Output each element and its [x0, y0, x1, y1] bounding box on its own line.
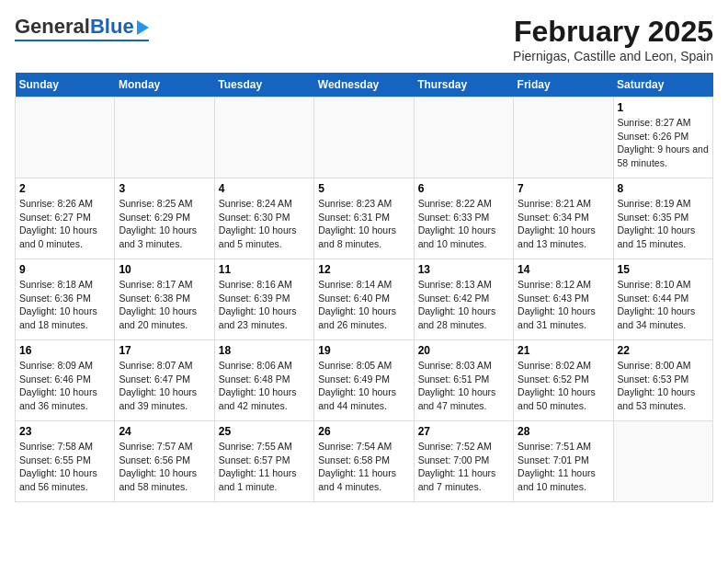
day-info: Sunrise: 8:12 AM Sunset: 6:43 PM Dayligh…: [518, 278, 609, 332]
day-number: 6: [418, 182, 509, 195]
day-number: 14: [518, 263, 609, 276]
calendar-cell: 20Sunrise: 8:03 AM Sunset: 6:51 PM Dayli…: [414, 340, 513, 421]
day-info: Sunrise: 8:24 AM Sunset: 6:30 PM Dayligh…: [219, 197, 310, 251]
calendar-cell: 27Sunrise: 7:52 AM Sunset: 7:00 PM Dayli…: [414, 421, 513, 502]
calendar-cell: 24Sunrise: 7:57 AM Sunset: 6:56 PM Dayli…: [115, 421, 214, 502]
calendar-cell: 19Sunrise: 8:05 AM Sunset: 6:49 PM Dayli…: [314, 340, 414, 421]
day-number: 24: [119, 425, 210, 438]
day-number: 7: [518, 182, 609, 195]
day-info: Sunrise: 8:21 AM Sunset: 6:34 PM Dayligh…: [518, 197, 609, 251]
day-info: Sunrise: 8:13 AM Sunset: 6:42 PM Dayligh…: [418, 278, 509, 332]
day-number: 17: [119, 344, 210, 357]
day-number: 4: [219, 182, 310, 195]
title-block: February 2025 Piernigas, Castille and Le…: [513, 15, 713, 63]
logo-general: General: [15, 15, 90, 39]
day-number: 22: [618, 344, 709, 357]
day-info: Sunrise: 7:51 AM Sunset: 7:01 PM Dayligh…: [518, 440, 609, 494]
day-info: Sunrise: 7:55 AM Sunset: 6:57 PM Dayligh…: [219, 440, 310, 494]
calendar-cell: [115, 98, 214, 178]
day-info: Sunrise: 7:58 AM Sunset: 6:55 PM Dayligh…: [19, 440, 110, 494]
calendar-cell: 1Sunrise: 8:27 AM Sunset: 6:26 PM Daylig…: [613, 98, 712, 178]
day-number: 8: [618, 182, 709, 195]
day-number: 1: [618, 101, 709, 114]
calendar-cell: 21Sunrise: 8:02 AM Sunset: 6:52 PM Dayli…: [514, 340, 613, 421]
day-info: Sunrise: 8:27 AM Sunset: 6:26 PM Dayligh…: [618, 116, 709, 170]
week-row-2: 2Sunrise: 8:26 AM Sunset: 6:27 PM Daylig…: [16, 178, 713, 259]
calendar-cell: 10Sunrise: 8:17 AM Sunset: 6:38 PM Dayli…: [115, 259, 214, 340]
day-number: 10: [119, 263, 210, 276]
day-number: 28: [518, 425, 609, 438]
day-info: Sunrise: 8:25 AM Sunset: 6:29 PM Dayligh…: [119, 197, 210, 251]
column-header-thursday: Thursday: [414, 73, 513, 98]
day-number: 11: [219, 263, 310, 276]
column-header-wednesday: Wednesday: [314, 73, 414, 98]
day-number: 26: [318, 425, 409, 438]
calendar-cell: [214, 98, 313, 178]
logo-arrow-icon: [137, 20, 149, 35]
day-info: Sunrise: 8:10 AM Sunset: 6:44 PM Dayligh…: [618, 278, 709, 332]
page-title: February 2025: [513, 15, 713, 49]
day-number: 16: [19, 344, 110, 357]
day-number: 18: [219, 344, 310, 357]
calendar-cell: 28Sunrise: 7:51 AM Sunset: 7:01 PM Dayli…: [514, 421, 613, 502]
calendar-cell: 22Sunrise: 8:00 AM Sunset: 6:53 PM Dayli…: [613, 340, 712, 421]
calendar-cell: 8Sunrise: 8:19 AM Sunset: 6:35 PM Daylig…: [613, 178, 712, 259]
day-number: 21: [518, 344, 609, 357]
calendar-cell: 4Sunrise: 8:24 AM Sunset: 6:30 PM Daylig…: [214, 178, 313, 259]
calendar-cell: 14Sunrise: 8:12 AM Sunset: 6:43 PM Dayli…: [514, 259, 613, 340]
day-number: 15: [618, 263, 709, 276]
day-number: 19: [318, 344, 409, 357]
day-number: 2: [19, 182, 110, 195]
calendar-cell: 11Sunrise: 8:16 AM Sunset: 6:39 PM Dayli…: [214, 259, 313, 340]
calendar-cell: 17Sunrise: 8:07 AM Sunset: 6:47 PM Dayli…: [115, 340, 214, 421]
page-header: General Blue February 2025 Piernigas, Ca…: [15, 15, 713, 63]
calendar-cell: 2Sunrise: 8:26 AM Sunset: 6:27 PM Daylig…: [16, 178, 115, 259]
calendar-cell: 16Sunrise: 8:09 AM Sunset: 6:46 PM Dayli…: [16, 340, 115, 421]
calendar-cell: 18Sunrise: 8:06 AM Sunset: 6:48 PM Dayli…: [214, 340, 313, 421]
column-header-friday: Friday: [514, 73, 613, 98]
column-header-sunday: Sunday: [16, 73, 115, 98]
week-row-3: 9Sunrise: 8:18 AM Sunset: 6:36 PM Daylig…: [16, 259, 713, 340]
day-info: Sunrise: 8:03 AM Sunset: 6:51 PM Dayligh…: [418, 359, 509, 413]
calendar-cell: 12Sunrise: 8:14 AM Sunset: 6:40 PM Dayli…: [314, 259, 414, 340]
day-info: Sunrise: 8:14 AM Sunset: 6:40 PM Dayligh…: [318, 278, 409, 332]
day-info: Sunrise: 8:02 AM Sunset: 6:52 PM Dayligh…: [518, 359, 609, 413]
calendar-cell: 7Sunrise: 8:21 AM Sunset: 6:34 PM Daylig…: [514, 178, 613, 259]
column-header-tuesday: Tuesday: [214, 73, 313, 98]
day-number: 20: [418, 344, 509, 357]
day-info: Sunrise: 8:17 AM Sunset: 6:38 PM Dayligh…: [119, 278, 210, 332]
day-number: 13: [418, 263, 509, 276]
week-row-1: 1Sunrise: 8:27 AM Sunset: 6:26 PM Daylig…: [16, 98, 713, 178]
day-info: Sunrise: 7:52 AM Sunset: 7:00 PM Dayligh…: [418, 440, 509, 494]
calendar-cell: 3Sunrise: 8:25 AM Sunset: 6:29 PM Daylig…: [115, 178, 214, 259]
calendar-cell: 23Sunrise: 7:58 AM Sunset: 6:55 PM Dayli…: [16, 421, 115, 502]
week-row-4: 16Sunrise: 8:09 AM Sunset: 6:46 PM Dayli…: [16, 340, 713, 421]
calendar-cell: [314, 98, 414, 178]
day-number: 23: [19, 425, 110, 438]
day-info: Sunrise: 8:22 AM Sunset: 6:33 PM Dayligh…: [418, 197, 509, 251]
day-info: Sunrise: 8:18 AM Sunset: 6:36 PM Dayligh…: [19, 278, 110, 332]
logo-blue: Blue: [90, 15, 134, 39]
day-info: Sunrise: 8:09 AM Sunset: 6:46 PM Dayligh…: [19, 359, 110, 413]
day-info: Sunrise: 8:23 AM Sunset: 6:31 PM Dayligh…: [318, 197, 409, 251]
calendar-cell: 9Sunrise: 8:18 AM Sunset: 6:36 PM Daylig…: [16, 259, 115, 340]
calendar-cell: [414, 98, 513, 178]
day-info: Sunrise: 8:05 AM Sunset: 6:49 PM Dayligh…: [318, 359, 409, 413]
day-info: Sunrise: 8:16 AM Sunset: 6:39 PM Dayligh…: [219, 278, 310, 332]
day-info: Sunrise: 8:07 AM Sunset: 6:47 PM Dayligh…: [119, 359, 210, 413]
calendar-table: SundayMondayTuesdayWednesdayThursdayFrid…: [15, 73, 713, 502]
column-header-saturday: Saturday: [613, 73, 712, 98]
column-header-monday: Monday: [115, 73, 214, 98]
day-info: Sunrise: 7:57 AM Sunset: 6:56 PM Dayligh…: [119, 440, 210, 494]
day-info: Sunrise: 8:00 AM Sunset: 6:53 PM Dayligh…: [618, 359, 709, 413]
day-info: Sunrise: 7:54 AM Sunset: 6:58 PM Dayligh…: [318, 440, 409, 494]
week-row-5: 23Sunrise: 7:58 AM Sunset: 6:55 PM Dayli…: [16, 421, 713, 502]
calendar-cell: [613, 421, 712, 502]
calendar-cell: 15Sunrise: 8:10 AM Sunset: 6:44 PM Dayli…: [613, 259, 712, 340]
day-info: Sunrise: 8:26 AM Sunset: 6:27 PM Dayligh…: [19, 197, 110, 251]
calendar-cell: 6Sunrise: 8:22 AM Sunset: 6:33 PM Daylig…: [414, 178, 513, 259]
calendar-header-row: SundayMondayTuesdayWednesdayThursdayFrid…: [16, 73, 713, 98]
calendar-cell: 25Sunrise: 7:55 AM Sunset: 6:57 PM Dayli…: [214, 421, 313, 502]
calendar-cell: [16, 98, 115, 178]
calendar-cell: 26Sunrise: 7:54 AM Sunset: 6:58 PM Dayli…: [314, 421, 414, 502]
